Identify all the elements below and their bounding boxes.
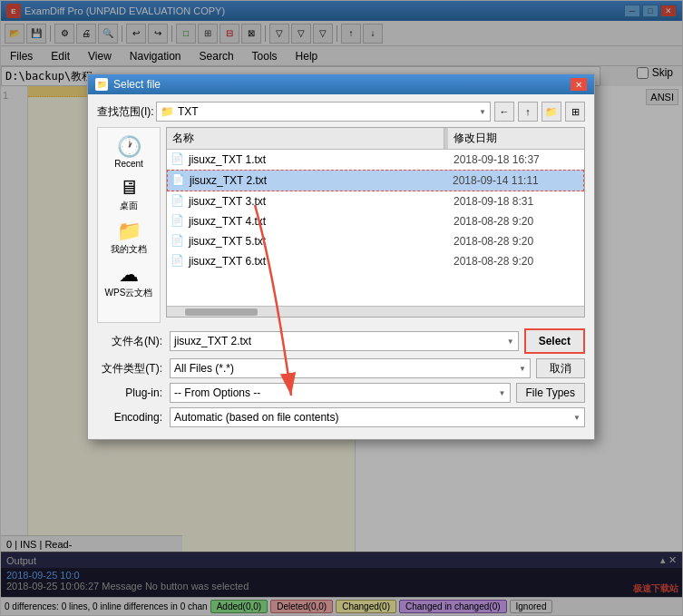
filetype-row: 文件类型(T): All Files (*.*) ▼ 取消 <box>97 358 585 378</box>
file-name: jisuxz_TXT 2.txt <box>190 174 453 187</box>
encoding-combo-arrow: ▼ <box>573 414 581 422</box>
filename-combo[interactable]: jisuxz_TXT 2.txt ▼ <box>170 331 519 351</box>
sidebar-recent[interactable]: 🕐 Recent <box>114 135 143 169</box>
plugin-combo[interactable]: -- From Options -- ▼ <box>170 383 511 403</box>
search-range-label: 查找范围(I): <box>97 104 156 120</box>
file-row[interactable]: 📄 jisuxz_TXT 3.txt 2018-09-18 8:31 <box>167 191 584 211</box>
file-name: jisuxz_TXT 6.txt <box>189 255 454 268</box>
file-row[interactable]: 📄 jisuxz_TXT 5.txt 2018-08-28 9:20 <box>167 231 584 251</box>
file-icon: 📄 <box>171 214 185 229</box>
file-name: jisuxz_TXT 1.txt <box>189 153 454 166</box>
horizontal-scrollbar[interactable] <box>167 306 584 317</box>
col-name-header[interactable]: 名称 <box>167 128 444 149</box>
filename-row: 文件名(N): jisuxz_TXT 2.txt ▼ Select <box>97 328 585 354</box>
file-date: 2018-09-18 16:37 <box>454 153 581 166</box>
file-name: jisuxz_TXT 4.txt <box>189 215 454 228</box>
dialog-icon: 📁 <box>95 78 108 91</box>
file-types-button[interactable]: File Types <box>516 383 585 403</box>
mydocs-icon: 📁 <box>117 220 141 243</box>
file-date: 2018-09-14 11:11 <box>453 174 580 187</box>
nav-up-btn[interactable]: ↑ <box>518 102 538 122</box>
nav-back-btn[interactable]: ← <box>494 102 514 122</box>
main-area: 🕐 Recent 🖥 桌面 📁 我的文档 ☁ WPS云文档 <box>97 127 585 323</box>
file-icon: 📄 <box>171 173 186 188</box>
sidebar-desktop[interactable]: 🖥 桌面 <box>119 176 139 212</box>
encoding-label: Encoding: <box>97 411 170 424</box>
dialog-sidebar: 🕐 Recent 🖥 桌面 📁 我的文档 ☁ WPS云文档 <box>97 127 161 323</box>
file-date: 2018-08-28 9:20 <box>454 235 581 248</box>
file-icon: 📄 <box>171 234 185 249</box>
select-button[interactable]: Select <box>524 328 585 354</box>
desktop-icon: 🖥 <box>119 176 139 200</box>
filename-value: jisuxz_TXT 2.txt <box>174 335 251 347</box>
file-list-container: 名称 修改日期 📄 jisuxz_TXT 1.txt 2018-09-18 16… <box>166 127 585 318</box>
file-row[interactable]: 📄 jisuxz_TXT 1.txt 2018-09-18 16:37 <box>167 150 584 170</box>
file-icon: 📄 <box>171 254 185 269</box>
filename-combo-arrow: ▼ <box>507 337 514 346</box>
file-rows: 📄 jisuxz_TXT 1.txt 2018-09-18 16:37 📄 ji… <box>167 150 584 306</box>
current-folder: TXT <box>178 105 199 118</box>
file-list-header: 名称 修改日期 <box>167 128 584 150</box>
col-date-header[interactable]: 修改日期 <box>448 128 575 149</box>
scrollbar-thumb[interactable] <box>185 308 258 316</box>
file-row[interactable]: 📄 jisuxz_TXT 2.txt 2018-09-14 11:11 <box>167 170 584 191</box>
filename-label: 文件名(N): <box>97 334 170 349</box>
plugin-combo-arrow: ▼ <box>499 389 506 397</box>
filetype-combo[interactable]: All Files (*.*) ▼ <box>170 358 531 378</box>
search-range-row: 查找范围(I): 📁 TXT ▼ ← ↑ 📁 ⊞ <box>97 102 585 122</box>
file-date: 2018-09-18 8:31 <box>454 195 581 208</box>
app-window: E ExamDiff Pro (UNPAID EVALUATION COPY) … <box>0 0 683 616</box>
encoding-value: Automatic (based on file contents) <box>174 411 338 424</box>
plugin-row: Plug-in: -- From Options -- ▼ File Types <box>97 383 585 403</box>
filetype-label: 文件类型(T): <box>97 361 170 376</box>
filetype-value: All Files (*.*) <box>174 362 234 375</box>
dialog-body: 查找范围(I): 📁 TXT ▼ ← ↑ 📁 ⊞ <box>88 94 594 439</box>
wps-label: WPS云文档 <box>105 287 153 299</box>
plugin-value: -- From Options -- <box>174 386 260 399</box>
sidebar-mydocs[interactable]: 📁 我的文档 <box>111 220 147 256</box>
file-name: jisuxz_TXT 5.txt <box>189 235 454 248</box>
dialog-title-text: Select file <box>113 78 161 91</box>
folder-icon: 📁 <box>161 105 174 118</box>
file-row[interactable]: 📄 jisuxz_TXT 4.txt 2018-08-28 9:20 <box>167 211 584 231</box>
encoding-row: Encoding: Automatic (based on file conte… <box>97 407 585 427</box>
filetype-combo-arrow: ▼ <box>519 365 526 373</box>
file-icon: 📄 <box>171 194 185 209</box>
file-date: 2018-08-28 9:20 <box>454 255 581 268</box>
plugin-label: Plug-in: <box>97 386 170 399</box>
file-name: jisuxz_TXT 3.txt <box>189 195 454 208</box>
folder-combo[interactable]: 📁 TXT ▼ <box>156 102 491 122</box>
cancel-button[interactable]: 取消 <box>536 358 585 378</box>
recent-label: Recent <box>114 159 143 169</box>
dialog-title-bar: 📁 Select file ✕ <box>88 74 594 94</box>
recent-icon: 🕐 <box>117 135 141 159</box>
mydocs-label: 我的文档 <box>111 243 147 256</box>
file-icon: 📄 <box>171 152 185 167</box>
nav-view-btn[interactable]: ⊞ <box>565 102 585 122</box>
desktop-label: 桌面 <box>120 200 138 212</box>
scrollbar-header <box>575 128 584 149</box>
sidebar-wps[interactable]: ☁ WPS云文档 <box>105 263 153 299</box>
select-file-dialog: 📁 Select file ✕ 查找范围(I): 📁 TXT ▼ <box>87 73 595 440</box>
combo-arrow: ▼ <box>479 108 486 116</box>
encoding-combo[interactable]: Automatic (based on file contents) ▼ <box>170 407 585 427</box>
dialog-close-button[interactable]: ✕ <box>571 78 587 91</box>
file-row[interactable]: 📄 jisuxz_TXT 6.txt 2018-08-28 9:20 <box>167 251 584 271</box>
wps-icon: ☁ <box>119 263 139 287</box>
file-date: 2018-08-28 9:20 <box>454 215 581 228</box>
nav-new-folder-btn[interactable]: 📁 <box>542 102 561 122</box>
